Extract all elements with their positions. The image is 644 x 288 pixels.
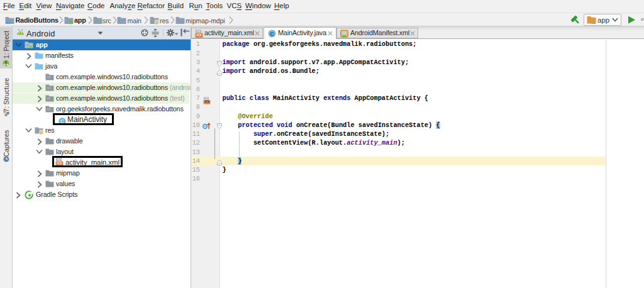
svg-text:C: C	[270, 31, 274, 37]
svg-text:<>: <>	[204, 100, 209, 104]
svg-text:<>: <>	[197, 33, 202, 38]
